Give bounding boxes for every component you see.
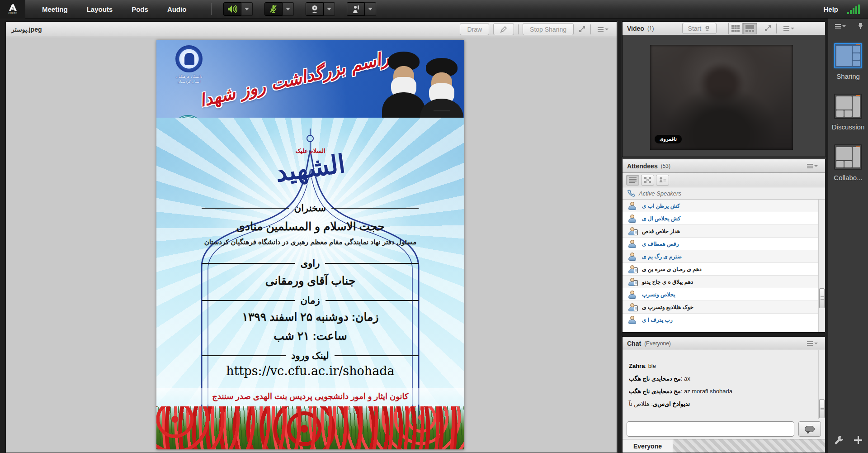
speaker-section-heading: سخنران <box>202 203 419 214</box>
fullscreen-icon[interactable] <box>764 24 772 33</box>
video-pod-menu-button[interactable] <box>781 25 797 32</box>
grid-view-button[interactable] <box>728 23 743 34</box>
webcam-icon <box>704 25 711 31</box>
attendee-name: وندی حاج ی ه قالبی مهد <box>642 279 693 285</box>
layouts-menu-button[interactable] <box>832 23 849 29</box>
speaker-name: حجت الاسلام و المسلمین منادی <box>156 220 464 233</box>
attendee-row[interactable]: ی پرستو عبدالله کوخ <box>623 301 825 314</box>
draw-button[interactable]: Draw <box>460 23 489 35</box>
layout-item-sharing[interactable]: Sharing <box>828 43 868 80</box>
tab-everyone[interactable]: Everyone <box>623 439 673 453</box>
video-header-icons <box>764 24 797 33</box>
poster-footer-band: کانون ایثار و امور دانشجویی پردیس بنت ال… <box>156 388 464 405</box>
menu-pods[interactable]: Pods <box>122 5 158 13</box>
attendees-scrollbar[interactable] <box>818 200 825 332</box>
help-menu[interactable]: Help <box>823 5 838 13</box>
attendees-pod-menu-button[interactable] <box>804 163 821 169</box>
menu-audio[interactable]: Audio <box>158 5 196 13</box>
event-time: ساعت: ۲۱ شب <box>156 329 464 343</box>
person-device-icon <box>628 227 637 235</box>
menu-meeting[interactable]: Meeting <box>33 5 77 13</box>
chat-input-row <box>623 419 825 439</box>
raise-hand-button[interactable] <box>347 2 365 16</box>
attendee-name: ی می گر ی مرتض <box>642 253 682 260</box>
event-url: https://vc.cfu.ac.ir/shohada <box>156 364 464 378</box>
pod-menu-icon <box>807 341 813 346</box>
attendee-row[interactable]: ی با نظری شک <box>623 200 825 212</box>
plus-icon[interactable] <box>854 436 862 444</box>
attendee-row[interactable]: صدف صالح زاده <box>623 225 825 238</box>
webcam-icon <box>310 5 319 14</box>
layout-label-discussion: Discussion <box>828 123 868 131</box>
stop-sharing-button[interactable]: Stop Sharing <box>523 23 574 35</box>
chat-sender: Zahra <box>629 362 645 369</box>
status-dropdown-button[interactable] <box>365 2 376 16</box>
pin-icon[interactable] <box>857 23 864 29</box>
chat-message: بگه جان ی‌دی‌احمد حم: ax <box>629 375 813 383</box>
university-logo: دانشگاه فرهنگیان استان کردستان <box>168 45 210 84</box>
attendees-count: (53) <box>661 163 670 169</box>
speaker-button[interactable] <box>223 2 241 16</box>
webcam-dropdown-button[interactable] <box>324 2 335 16</box>
chat-message: Zahra: ble <box>629 362 813 371</box>
attendee-status-view-button[interactable] <box>656 175 669 186</box>
active-speakers-group[interactable]: Active Speakers <box>623 187 825 200</box>
person-icon <box>628 240 637 248</box>
chat-sender: ی‌س‌ی‌ا خداوی‌دن <box>653 401 690 407</box>
chat-scrollbar[interactable] <box>818 350 825 419</box>
video-name-overlay: ی‌ورمقان <box>655 135 682 143</box>
menu-layouts[interactable]: Layouts <box>77 5 123 13</box>
chevron-down-icon <box>605 29 609 30</box>
send-message-button[interactable] <box>798 421 821 437</box>
attendee-name: ی نی هرس ی ناصر ی مهد <box>642 266 702 272</box>
attendee-row[interactable]: ی فاطمه صفر <box>623 238 825 250</box>
status-view-icon <box>659 177 666 183</box>
chat-pod-header: Chat (Everyone) <box>623 337 825 350</box>
microphone-button[interactable] <box>264 2 283 16</box>
attendee-list-view-button[interactable] <box>626 175 639 186</box>
status-control <box>347 2 376 16</box>
chat-message-list: Zahra: ble بگه جان ی‌دی‌احمد حم: ax بگه … <box>623 350 825 419</box>
video-pod: Video (1) Start <box>622 21 826 157</box>
attendee-row[interactable]: ی لا صالحی شک <box>623 212 825 225</box>
attendee-row[interactable]: ی می گر ی مرتض <box>623 250 825 263</box>
start-webcam-button[interactable]: Start <box>682 23 717 34</box>
layouts-panel-bottom <box>828 435 868 445</box>
breakout-view-icon <box>644 177 651 183</box>
time-heading-text: زمان <box>300 295 320 306</box>
attendee-row[interactable]: وندی حاج ی ه قالبی مهد <box>623 276 825 288</box>
chevron-down-icon <box>791 28 794 29</box>
filmstrip-view-button[interactable] <box>743 23 757 34</box>
phone-icon <box>627 190 635 197</box>
pointer-tool-button[interactable] <box>493 23 514 35</box>
attendee-row[interactable]: ی ا فردی پر <box>623 314 825 326</box>
fullscreen-icon[interactable] <box>578 25 586 33</box>
chat-pod-menu-button[interactable] <box>804 340 821 347</box>
share-pod-menu-button[interactable] <box>595 26 611 33</box>
link-heading-text: لینک ورود <box>291 350 329 361</box>
mic-muted-icon <box>269 5 278 14</box>
chat-scrollbar-thumb[interactable] <box>819 399 825 418</box>
webcam-video-feed: ی‌ورمقان <box>650 45 793 150</box>
breakout-view-button[interactable] <box>641 175 654 186</box>
attendees-toolbar <box>623 173 825 187</box>
attendee-row[interactable]: ی نی هرس ی ناصر ی مهد <box>623 263 825 276</box>
wrench-icon[interactable] <box>834 435 844 445</box>
speaker-icon <box>227 5 237 14</box>
layout-item-collaboration[interactable]: Collabo... <box>828 144 868 181</box>
chevron-down-icon <box>327 8 331 10</box>
webcam-button[interactable] <box>306 2 324 16</box>
layout-item-discussion[interactable]: Discussion <box>828 94 868 131</box>
chevron-down-icon <box>368 8 373 10</box>
top-menu-bar: Adobe Meeting Layouts Pods Audio <box>0 0 868 19</box>
list-view-icon <box>629 177 637 183</box>
speaker-dropdown-button[interactable] <box>241 2 253 16</box>
attendees-scrollbar-thumb[interactable] <box>819 288 825 308</box>
chat-message-prefix: آن صالله : <box>629 401 653 407</box>
chat-input[interactable] <box>627 421 794 437</box>
layout-thumbnail-sharing <box>834 43 862 68</box>
time-section-heading: زمان <box>202 295 419 306</box>
microphone-dropdown-button[interactable] <box>283 2 294 16</box>
active-speakers-label: Active Speakers <box>639 190 681 197</box>
attendee-row[interactable]: پرستو صالحي <box>623 288 825 301</box>
